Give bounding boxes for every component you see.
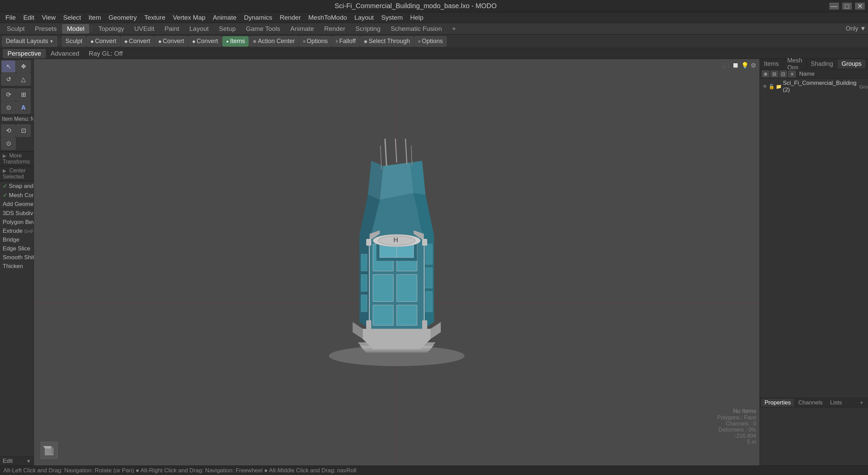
scene-view-btn[interactable]: ⊡ (780, 71, 787, 77)
snap-tool[interactable]: ⟲ (1, 125, 16, 137)
menu-item-layout[interactable]: Layout (351, 13, 377, 22)
camera-icon[interactable]: 🎥 (722, 62, 730, 69)
mode-tab-render[interactable]: Render (319, 24, 350, 34)
mode-tab-schematic-fusion[interactable]: Schematic Fusion (386, 24, 447, 34)
right-tab-items[interactable]: Items (760, 59, 783, 69)
layout-dropdown[interactable]: Default Layouts ▼ (2, 36, 57, 46)
toolbar-btn-action-center-5[interactable]: ⊕Action Center (249, 36, 298, 46)
mode-tab-animate[interactable]: Animate (285, 24, 319, 34)
add-scene-item-btn[interactable]: ⊕ (762, 71, 769, 77)
menu-item-view[interactable]: View (38, 13, 59, 22)
mode-tab-sculpt[interactable]: Sculpt (2, 24, 29, 34)
toolbar-btn-options-9[interactable]: ≡Options (414, 36, 447, 46)
mode-tab-uvedit[interactable]: UVEdit (130, 24, 159, 34)
3ds-subdivide-item[interactable]: 3DS Subdivide 2X (0, 209, 34, 218)
right-tab-images[interactable]: Images (866, 59, 868, 69)
toolbar-btn-convert-2[interactable]: ◆Convert (155, 36, 188, 46)
grid-tool[interactable]: ⊞ (16, 89, 31, 101)
scene-item[interactable]: 👁 🔓 📁 Sci_Fi_Commercial_Building (2) Gro… (760, 79, 868, 94)
toolbar-btn-items-4[interactable]: ●Items (222, 36, 249, 46)
deform-tool[interactable]: ⊡ (16, 125, 31, 137)
menu-item-select[interactable]: Select (60, 13, 84, 22)
view-cube[interactable] (41, 442, 58, 459)
viewport-tab-ray-gl-off[interactable]: Ray GL: Off (84, 49, 127, 58)
menu-item-item[interactable]: Item (85, 13, 104, 22)
remove-scene-item-btn[interactable]: ⊟ (771, 71, 778, 77)
settings-icon[interactable]: ⚙ (751, 62, 756, 69)
snap-precision-item[interactable]: ✓ Snap and Precision (0, 182, 34, 191)
window-title: Sci-Fi_Commercial_Building_modo_base.lxo… (3, 2, 828, 10)
toolbar-btn-convert-0[interactable]: ◆Convert (87, 36, 120, 46)
menu-item-vertex map[interactable]: Vertex Map (170, 13, 209, 22)
mode-tab-scripting[interactable]: Scripting (351, 24, 385, 34)
select-tool[interactable]: ↖ (1, 60, 16, 73)
mode-tab-setup[interactable]: Setup (214, 24, 241, 34)
close-button[interactable]: ✕ (855, 3, 865, 10)
svg-rect-44 (361, 295, 367, 312)
extrude-item[interactable]: Extrude SHFT-E (0, 227, 34, 235)
polygon-bevel-item[interactable]: Polygon Bevel SHFT-B (0, 218, 34, 227)
maximize-button[interactable]: □ (842, 3, 852, 10)
scene-item-visibility[interactable]: 👁 (763, 84, 767, 89)
mode-tab-layout[interactable]: Layout (185, 24, 214, 34)
title-controls: — □ ✕ (828, 2, 865, 11)
toolbar-btn-falloff-7[interactable]: ◊Falloff (332, 36, 360, 46)
text-tool[interactable]: A (16, 101, 31, 114)
thicken-item[interactable]: Thicken (0, 262, 34, 271)
mode-tab-presets[interactable]: Presets (30, 24, 61, 34)
menu-item-edit[interactable]: Edit (20, 13, 38, 22)
viewport-tab-perspective[interactable]: Perspective (3, 49, 46, 58)
pivot-tool[interactable]: ⊙ (1, 101, 16, 114)
svg-rect-43 (361, 274, 367, 291)
menu-item-texture[interactable]: Texture (141, 13, 169, 22)
menu-item-animate[interactable]: Animate (210, 13, 240, 22)
smooth-shift-item[interactable]: Smooth Shift (0, 253, 34, 262)
light-icon[interactable]: 💡 (741, 62, 749, 69)
transform-tool[interactable]: ⟳ (1, 89, 16, 101)
toolbar-btn-options-6[interactable]: ≡Options (299, 36, 331, 46)
right-tab-shading[interactable]: Shading (807, 59, 837, 69)
toolbar-btn-select-through-8[interactable]: ◉Select Through (360, 36, 414, 46)
bridge-item[interactable]: Bridge (0, 235, 34, 244)
sculpt-button[interactable]: Sculpt (62, 36, 86, 46)
toolbar-btn-convert-1[interactable]: ◆Convert (121, 36, 154, 46)
menu-item-dynamics[interactable]: Dynamics (241, 13, 276, 22)
minimize-button[interactable]: — (829, 3, 839, 10)
more-transforms-header[interactable]: ▶ More Transforms (0, 151, 34, 166)
add-layout-button[interactable]: + (447, 24, 460, 34)
viewport-tabs: PerspectiveAdvancedRay GL: Off (0, 48, 868, 59)
lists-tab[interactable]: Lists (827, 399, 845, 407)
menu-item-help[interactable]: Help (407, 13, 427, 22)
menu-item-meshtomodo[interactable]: MeshToModo (305, 13, 350, 22)
menu-item-render[interactable]: Render (276, 13, 304, 22)
edit-label: Edit (3, 458, 13, 464)
edit-dropdown-icon[interactable]: ▼ (26, 458, 31, 464)
channels-tab[interactable]: Channels (795, 399, 826, 407)
viewport[interactable]: H (34, 59, 760, 466)
scene-menu-btn[interactable]: ≡ (788, 71, 796, 77)
viewport-info: No Items Polygons : Face Channels : 0 De… (717, 408, 756, 445)
rotate-tool[interactable]: ↺ (1, 73, 16, 86)
mesh-constraints-item[interactable]: ✓ Mesh Constraints (0, 191, 34, 200)
right-tab-groups[interactable]: Groups (837, 59, 866, 69)
view-icon[interactable]: 🔲 (732, 62, 739, 69)
menu-item-geometry[interactable]: Geometry (105, 13, 140, 22)
mode-tab-topology[interactable]: Topology (94, 24, 129, 34)
add-geometry-item[interactable]: Add Geometry (0, 200, 34, 209)
mode-tab-game-tools[interactable]: Game Tools (241, 24, 285, 34)
move-tool[interactable]: ✥ (16, 60, 31, 73)
mode-tab-paint[interactable]: Paint (160, 24, 184, 34)
extrude-hotkey: SHFT-E (24, 228, 34, 234)
center-selected-header[interactable]: ▶ Center Selected (0, 166, 34, 181)
mode-tab-model[interactable]: Model (62, 24, 89, 34)
menu-item-system[interactable]: System (378, 13, 406, 22)
menu-item-file[interactable]: File (2, 13, 19, 22)
status-bar: Alt-Left Click and Drag: Navigation: Rot… (0, 466, 868, 475)
scale-tool[interactable]: △ (16, 73, 31, 86)
properties-tab[interactable]: Properties (761, 399, 794, 407)
edge-slice-item[interactable]: Edge Slice (0, 244, 34, 253)
viewport-tab-advanced[interactable]: Advanced (46, 49, 84, 58)
add-bottom-tab-btn[interactable]: + (856, 399, 867, 407)
toolbar-btn-convert-3[interactable]: ◆Convert (189, 36, 222, 46)
center-tool[interactable]: ⊙ (1, 137, 16, 150)
